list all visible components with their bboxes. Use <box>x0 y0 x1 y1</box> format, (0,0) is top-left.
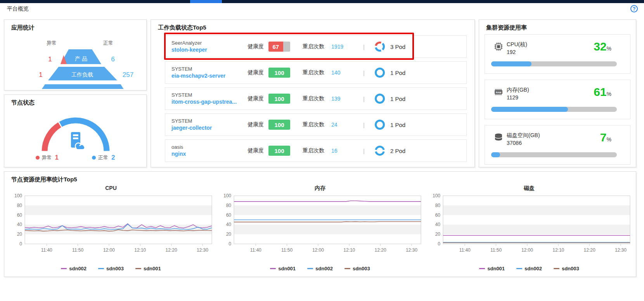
restart-count: 1919 <box>331 43 357 50</box>
cpu-chip-icon <box>493 42 504 52</box>
svg-text:12:30: 12:30 <box>197 247 208 253</box>
legend-item-sdn003[interactable]: sdn003 <box>345 266 370 271</box>
pod-count: 1 Pod <box>390 122 405 128</box>
workload-namespace: SYSTEM <box>171 92 248 99</box>
svg-text:12:00: 12:00 <box>312 247 324 253</box>
health-badge: 100 <box>268 120 290 130</box>
svg-text:60: 60 <box>17 212 23 218</box>
chart-title: 内存 <box>216 185 424 193</box>
svg-text:60: 60 <box>435 212 441 218</box>
node-status-panel: 节点状态 异常 1 正常 2 <box>4 94 147 167</box>
svg-text:12:10: 12:10 <box>134 247 146 253</box>
resource-percent: 61% <box>594 85 611 99</box>
svg-text:40: 40 <box>17 222 23 227</box>
workload-link[interactable]: nginx <box>171 150 248 158</box>
legend-item-sdn003[interactable]: sdn003 <box>98 266 124 271</box>
node-usage-panel: 节点资源使用率统计Top5 CPU 02040608010011:4011:50… <box>4 171 636 277</box>
workload-link[interactable]: eia-mschapv2-server <box>171 72 248 80</box>
abnormal-dot-icon <box>36 156 40 160</box>
chart-title: 磁盘 <box>426 185 633 193</box>
restart-count: 24 <box>331 122 357 128</box>
disk-icon <box>493 132 504 143</box>
health-badge-fill: 100 <box>268 68 290 78</box>
svg-text:11:40: 11:40 <box>459 247 471 253</box>
percent-value: 7 <box>600 131 607 144</box>
normal-value: 2 <box>111 154 115 162</box>
resource-bar-track <box>491 107 617 112</box>
line-chart-block: 内存 02040608010011:4011:5012:0012:1012:20… <box>216 185 424 271</box>
legend-item-sdn002[interactable]: sdn002 <box>61 266 87 271</box>
line-chart-block: 磁盘 02040608010011:4011:5012:0012:1012:20… <box>426 185 633 271</box>
help-icon[interactable]: ? <box>630 5 638 12</box>
workload-link[interactable]: itom-cross-gap-upstrea... <box>171 98 248 106</box>
legend-label: sdn003 <box>562 266 579 271</box>
legend-label: sdn002 <box>315 266 333 271</box>
workload-namespace: SeerAnalyzer <box>171 40 248 47</box>
health-badge: 100 <box>268 68 290 78</box>
workload-name-block: SeerAnalyzer stolon-keeper <box>165 40 248 54</box>
line-chart-block: CPU 02040608010011:4011:5012:0012:1012:2… <box>7 185 215 271</box>
workload-link[interactable]: stolon-keeper <box>171 46 248 54</box>
gauge-legend-abnormal[interactable]: 异常 1 <box>36 154 59 162</box>
legend-item-sdn002[interactable]: sdn002 <box>307 266 333 271</box>
percent-value: 61 <box>594 85 606 98</box>
node-status-title: 节点状态 <box>11 99 35 106</box>
workload-link[interactable]: jaeger-collector <box>171 124 248 132</box>
svg-text:80: 80 <box>226 203 232 208</box>
svg-text:40: 40 <box>226 222 232 227</box>
restart-label: 重启次数 <box>303 95 331 102</box>
restart-label: 重启次数 <box>303 147 331 154</box>
legend-line-icon <box>516 268 522 269</box>
usage-cards: CPU(核) 192 32% RAM 内存(GB) 1129 61% <box>485 34 630 171</box>
legend-item-sdn001[interactable]: sdn001 <box>270 266 296 271</box>
legend-line-icon <box>98 268 104 269</box>
svg-text:1: 1 <box>24 89 28 89</box>
restart-count: 139 <box>331 96 357 102</box>
cluster-usage-title: 集群资源使用率 <box>486 24 527 31</box>
percent-sign: % <box>607 45 611 52</box>
pod-donut-icon <box>374 119 386 130</box>
pod-donut-icon <box>374 93 386 104</box>
svg-text:0: 0 <box>438 241 440 247</box>
legend-line-icon <box>307 268 313 269</box>
resource-label: 磁盘空间(GB) <box>507 132 540 139</box>
legend-item-sdn001[interactable]: sdn001 <box>135 266 161 271</box>
health-badge-fill: 100 <box>268 120 290 130</box>
svg-text:12:20: 12:20 <box>166 247 177 253</box>
pod-count: 2 Pod <box>390 148 405 154</box>
svg-text:11:40: 11:40 <box>41 247 52 253</box>
chart-legend: sdn001sdn002sdn003 <box>216 266 424 271</box>
workload-row: SYSTEM jaeger-collector 健康度 100 重启次数 24 … <box>165 113 467 136</box>
app-pyramid-chart: 异常正常产 品16工作负载1257Pods1367 <box>4 31 147 89</box>
health-label: 健康度 <box>248 69 268 76</box>
health-badge: 100 <box>268 94 290 104</box>
svg-text:80: 80 <box>17 203 23 208</box>
normal-dot-icon <box>92 156 96 160</box>
workload-name-block: SYSTEM eia-mschapv2-server <box>165 66 248 80</box>
svg-text:产 品: 产 品 <box>75 56 87 62</box>
separator: | <box>357 96 371 102</box>
legend-line-icon <box>61 268 67 269</box>
page-title: 平台概览 <box>7 5 29 12</box>
svg-text:100: 100 <box>14 193 22 198</box>
platform-overview-page: 平台概览 ? 应用统计 异常正常产 品16工作负载1257Pods1367 节点… <box>0 0 644 301</box>
resource-percent: 7% <box>600 131 611 144</box>
legend-line-icon <box>345 268 350 269</box>
separator: | <box>357 122 371 128</box>
separator: | <box>357 70 371 76</box>
legend-item-sdn002[interactable]: sdn002 <box>516 266 542 271</box>
restart-count: 16 <box>331 148 357 154</box>
pod-count: 1 Pod <box>390 70 405 76</box>
gauge-legend-normal[interactable]: 正常 2 <box>92 154 115 162</box>
legend-item-sdn001[interactable]: sdn001 <box>479 266 505 271</box>
app-statistics-panel: 应用统计 异常正常产 品16工作负载1257Pods1367 <box>4 19 147 90</box>
svg-text:12:00: 12:00 <box>521 247 533 253</box>
workload-row: SYSTEM eia-mschapv2-server 健康度 100 重启次数 … <box>165 61 467 84</box>
resource-card: RAM 内存(GB) 1129 61% <box>485 80 630 119</box>
svg-text:11:50: 11:50 <box>72 247 83 253</box>
pod-count: 3 Pod <box>390 43 405 50</box>
restart-label: 重启次数 <box>303 69 331 76</box>
workload-row: oasis nginx 健康度 100 重启次数 16 | 2 Pod <box>165 139 467 162</box>
legend-line-icon <box>135 268 141 269</box>
legend-item-sdn003[interactable]: sdn003 <box>554 266 579 271</box>
